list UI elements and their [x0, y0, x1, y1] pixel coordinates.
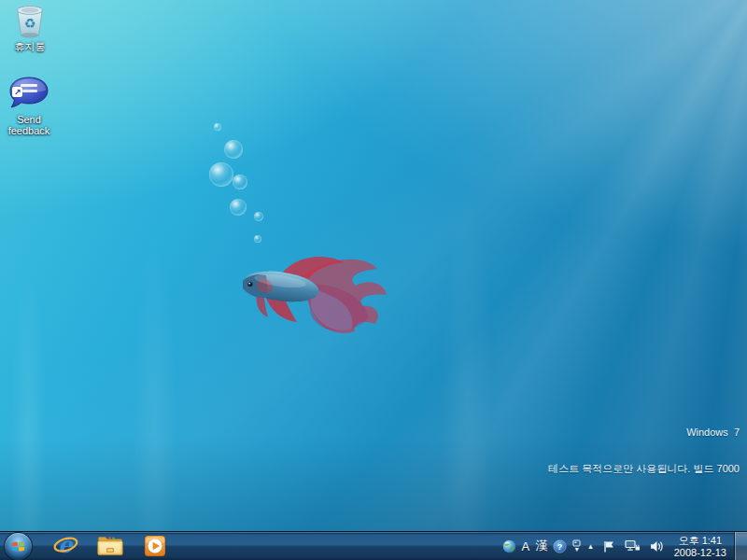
watermark-line2: 테스트 목적으로만 사용됩니다. 빌드 7000 [548, 463, 740, 475]
action-center-button[interactable] [598, 532, 620, 560]
shortcut-arrow-overlay-icon: ↗ [12, 87, 22, 97]
desktop-wallpaper[interactable]: ♻ 휴지통 ↗ S [0, 0, 747, 532]
bubble-decoration [230, 199, 247, 216]
chevron-up-icon: ▴ [588, 541, 593, 551]
windows-explorer-folder-icon [96, 535, 124, 557]
ime-options-menu[interactable]: ▾ [570, 532, 584, 560]
ime-help-button[interactable]: ? [550, 532, 570, 560]
bubble-decoration [209, 162, 233, 187]
build-watermark: Windows 7 테스트 목적으로만 사용됩니다. 빌드 7000 [548, 402, 740, 499]
ime-hanja-key[interactable]: 漢 [532, 532, 550, 560]
volume-icon [650, 540, 664, 553]
action-center-flag-icon [602, 539, 615, 553]
start-button[interactable] [4, 532, 33, 560]
svg-text:?: ? [557, 540, 563, 551]
windows7-desktop-screen: ♻ 휴지통 ↗ S [0, 0, 747, 560]
show-hidden-icons-button[interactable]: ▴ [584, 532, 598, 560]
send-feedback-label: Send feedback [0, 114, 58, 136]
volume-button[interactable] [645, 532, 669, 560]
ime-language-globe[interactable] [500, 532, 519, 560]
taskbar-clock[interactable]: 오후 1:41 2008-12-13 [669, 534, 732, 559]
bubble-decoration [214, 123, 221, 131]
svg-text:♻: ♻ [24, 16, 36, 31]
send-feedback-desktop-icon[interactable]: ↗ Send feedback [0, 77, 58, 136]
help-icon: ? [553, 539, 567, 553]
clock-time: 오후 1:41 [674, 535, 726, 547]
chevron-down-icon: ▾ [575, 547, 579, 553]
bubble-decoration [224, 140, 243, 159]
show-desktop-button[interactable] [734, 532, 747, 560]
clock-date: 2008-12-13 [674, 547, 726, 559]
bubble-decoration [233, 175, 247, 189]
network-status-button[interactable] [620, 532, 645, 560]
taskbar-internet-explorer-button[interactable]: e [52, 532, 78, 560]
network-status-icon [625, 539, 641, 553]
ime-language-globe-icon [502, 539, 516, 553]
taskbar: e [0, 531, 747, 560]
recycle-bin-icon: ♻ [12, 4, 48, 39]
betta-fish-illustration [213, 230, 407, 340]
watermark-line1: Windows 7 [548, 427, 740, 439]
ime-input-mode[interactable]: A [519, 532, 533, 560]
taskbar-media-player-button[interactable] [142, 532, 168, 560]
recycle-bin-label: 휴지통 [1, 41, 59, 52]
windows-media-player-icon [143, 534, 167, 558]
system-tray: A 漢 ? ▾ [500, 532, 747, 560]
windows-orb-icon [10, 539, 26, 554]
recycle-bin-desktop-icon[interactable]: ♻ 휴지통 [1, 4, 59, 52]
taskbar-windows-explorer-button[interactable] [96, 532, 124, 560]
internet-explorer-icon: e [53, 534, 78, 558]
bubble-decoration [254, 212, 263, 221]
